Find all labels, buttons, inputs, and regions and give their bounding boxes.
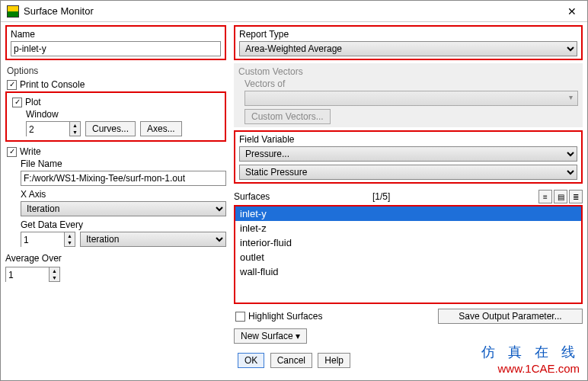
spin-down-icon[interactable]: ▼ [65,239,75,246]
highlight-label: Highlight Surfaces [248,311,322,322]
write-checkbox[interactable]: ✓ Write [7,146,226,157]
spin-up-icon[interactable]: ▲ [65,232,75,239]
fv-category-select[interactable]: Pressure... [239,146,577,162]
name-label: Name [11,29,221,40]
custom-vectors-group: Custom Vectors Vectors of Custom Vectors… [234,63,583,127]
getdata-when-select[interactable]: Iteration [80,232,226,247]
plot-group: ✓ Plot Window ▲▼ Curves... Axes... [5,91,226,142]
surfaces-count: [1/5] [372,191,390,202]
spin-down-icon[interactable]: ▼ [70,129,80,136]
watermark-url: www.1CAE.com [481,360,580,377]
spin-up-icon[interactable]: ▲ [70,122,80,129]
list-item[interactable]: outlet [235,250,581,264]
fv-value-select[interactable]: Static Pressure [239,165,577,180]
app-icon [7,5,19,18]
filename-input[interactable] [21,171,226,186]
custom-vectors-button: Custom Vectors... [244,109,331,124]
spin-up-icon[interactable]: ▲ [50,267,59,274]
fv-label: Field Variable [239,134,577,145]
print-label: Print to Console [20,79,85,90]
window-label: Window [26,109,221,120]
window-stepper[interactable]: ▲▼ [26,121,81,136]
window-value[interactable] [27,122,69,137]
getdata-stepper[interactable]: ▲▼ [21,232,75,247]
options-label: Options [7,66,226,76]
report-type-label: Report Type [239,29,577,40]
getdata-label: Get Data Every [21,219,226,230]
ok-button[interactable]: OK [238,353,264,368]
watermark: 仿 真 在 线 www.1CAE.com [481,344,580,377]
field-variable-group: Field Variable Pressure... Static Pressu… [234,130,583,184]
check-icon: ✓ [12,98,22,107]
list-item[interactable]: inlet-y [235,207,581,221]
plot-checkbox[interactable]: ✓ Plot [12,97,221,107]
xaxis-select[interactable]: Iteration [21,201,226,216]
report-type-select[interactable]: Area-Weighted Average [239,41,577,56]
xaxis-label: X Axis [21,189,226,200]
select-all-icon[interactable]: ▤ [554,190,567,203]
help-button[interactable]: Help [318,353,350,368]
deselect-icon[interactable]: ≣ [569,190,583,203]
avg-stepper[interactable]: ▲▼ [5,267,60,282]
curves-button[interactable]: Curves... [85,121,136,136]
report-type-group: Report Type Area-Weighted Average [234,25,583,60]
surfaces-label: Surfaces [234,191,270,202]
axes-button[interactable]: Axes... [140,121,182,136]
cancel-button[interactable]: Cancel [270,353,312,368]
window-title: Surface Monitor [24,5,563,17]
check-icon [235,312,245,322]
plot-label: Plot [25,97,41,107]
cv-label: Custom Vectors [238,66,578,77]
list-item[interactable]: inlet-z [235,221,581,235]
watermark-text: 仿 真 在 线 [481,344,580,360]
spin-down-icon[interactable]: ▼ [50,274,59,281]
list-item[interactable]: interior-fluid [235,235,581,250]
close-icon[interactable]: ✕ [563,5,581,18]
filter-icon[interactable]: ≡ [538,190,552,203]
list-item[interactable]: wall-fluid [235,264,581,279]
new-surface-button[interactable]: New Surface ▾ [234,328,307,344]
print-to-console-checkbox[interactable]: ✓ Print to Console [7,79,226,90]
save-output-button[interactable]: Save Output Parameter... [438,309,583,324]
getdata-value[interactable] [21,232,64,248]
check-icon: ✓ [7,147,17,157]
write-label: Write [20,146,41,157]
name-input[interactable] [11,41,221,56]
surfaces-listbox[interactable]: inlet-y inlet-z interior-fluid outlet wa… [234,205,583,304]
chevron-down-icon: ▾ [296,331,300,341]
highlight-checkbox[interactable]: Highlight Surfaces [235,311,322,322]
filename-label: File Name [21,158,226,169]
cv-vectors-of-label: Vectors of [244,78,578,89]
avg-value[interactable] [6,267,49,283]
name-group: Name [5,25,226,60]
check-icon: ✓ [7,80,17,90]
cv-vectors-select [244,91,578,106]
avg-label: Average Over [5,253,226,264]
